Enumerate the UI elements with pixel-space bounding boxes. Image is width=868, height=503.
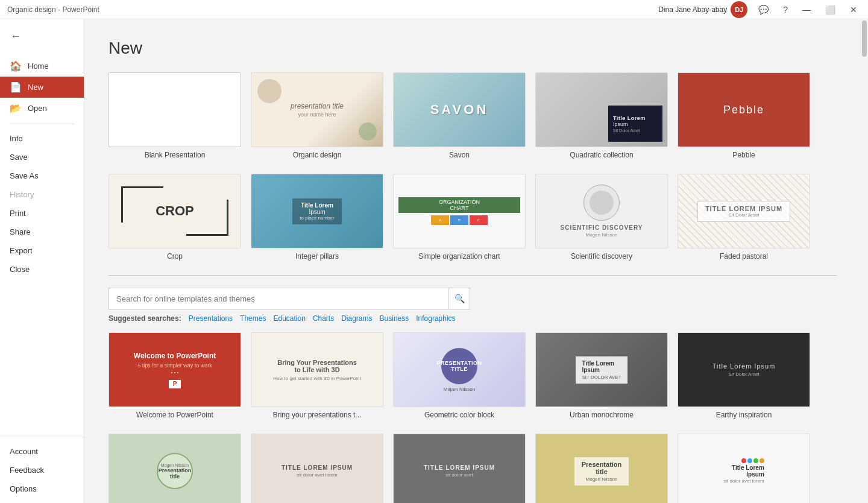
template-dog[interactable]: TITLE LOREM IPSUM sit dolor avet Photogr… xyxy=(393,434,526,503)
template-name-simple-org: Simple organization chart xyxy=(418,252,500,261)
sidebar-home-label: Home xyxy=(28,62,49,71)
account-label: Account xyxy=(10,447,38,456)
comment-button[interactable]: 💬 xyxy=(755,4,772,16)
template-quadratic[interactable]: Title Lorem Ipsum Sit Dolor Amet Quadrat… xyxy=(535,72,668,159)
template-thumb-simple-org: ORGANIZATIONCHART A B C xyxy=(393,174,526,248)
template-name-quadratic: Quadratic collection xyxy=(570,151,633,159)
template-pres-title[interactable]: Presentation title Mogen Nilsson Present… xyxy=(535,434,668,503)
titlebar-controls: Dina Jane Abay-abay DJ 💬 ? — ⬜ ✕ xyxy=(658,1,861,18)
search-section: 🔍 Suggested searches: Presentations Them… xyxy=(108,288,837,323)
suggested-tag-infographics[interactable]: Infographics xyxy=(416,314,455,323)
template-grid-row4: Mogen Nilsson Presentation title Floral … xyxy=(108,434,837,503)
export-label: Export xyxy=(10,246,33,255)
template-faded[interactable]: TITLE LOREM IPSUM Sit Dolor Amet Faded p… xyxy=(678,174,810,261)
pres-box: Presentation title Mogen Nilsson xyxy=(574,457,629,486)
search-row: 🔍 xyxy=(108,288,470,309)
template-name-organic: Organic design xyxy=(293,151,342,159)
history-label: History xyxy=(10,190,34,199)
suggested-tag-business[interactable]: Business xyxy=(380,314,409,323)
sidebar-item-close[interactable]: Close xyxy=(0,260,84,279)
scrollbar-track[interactable] xyxy=(861,19,868,503)
sidebar-item-save-as[interactable]: Save As xyxy=(0,166,84,185)
sidebar-item-options[interactable]: Options xyxy=(0,479,84,498)
template-thumb-dog: TITLE LOREM IPSUM sit dolor avet xyxy=(393,434,526,503)
titlebar: Organic design - PowerPoint Dina Jane Ab… xyxy=(0,0,868,19)
template-scientific[interactable]: SCIENTIFIC DISCOVERY Mogen Nilsson Scien… xyxy=(535,174,668,261)
template-name-blank: Blank Presentation xyxy=(145,151,206,159)
sidebar-item-print[interactable]: Print xyxy=(0,204,84,223)
template-floral[interactable]: Mogen Nilsson Presentation title Floral … xyxy=(108,434,241,503)
template-earthy[interactable]: Title Lorem Ipsum Sir Dolor Amet Earthy … xyxy=(678,332,810,419)
template-dots[interactable]: Title Lorem Ipsum sit dolor avet lorem D… xyxy=(678,434,810,503)
template-thumb-faded: TITLE LOREM IPSUM Sit Dolor Amet xyxy=(678,174,810,248)
template-name-savon: Savon xyxy=(449,151,470,159)
sidebar-item-history: History xyxy=(0,185,84,204)
template-crop[interactable]: CROP Crop xyxy=(108,174,241,261)
sidebar-item-export[interactable]: Export xyxy=(0,241,84,260)
template-blank[interactable]: Blank Presentation xyxy=(108,72,241,159)
template-thumb-texture: TITLE LOREM IPSUM sit dolor avet lorem xyxy=(251,434,383,503)
template-savon[interactable]: SAVON Savon xyxy=(393,72,526,159)
template-thumb-organic: presentation title your name here xyxy=(251,72,383,147)
template-thumb-geometric: PRESENTATIONTITLE Mirjam Nilsson xyxy=(393,332,526,407)
home-icon: 🏠 xyxy=(10,60,22,72)
template-pebble[interactable]: Pebble Pebble xyxy=(678,72,810,159)
suggested-label: Suggested searches: xyxy=(108,314,181,323)
section-divider xyxy=(108,275,837,276)
pebble-text: Pebble xyxy=(723,104,764,116)
template-integer[interactable]: Title Lorem Ipsum to place number Intege… xyxy=(251,174,383,261)
minimize-button[interactable]: — xyxy=(799,4,814,16)
sidebar-item-open[interactable]: 📂 Open xyxy=(0,98,84,119)
template-geometric[interactable]: PRESENTATIONTITLE Mirjam Nilsson Geometr… xyxy=(393,332,526,419)
maximize-button[interactable]: ⬜ xyxy=(822,4,839,16)
avatar[interactable]: DJ xyxy=(731,1,747,18)
print-label: Print xyxy=(10,209,26,218)
template-3d[interactable]: Bring Your Presentations to Life with 3D… xyxy=(251,332,383,419)
search-button[interactable]: 🔍 xyxy=(448,288,470,309)
template-thumb-blank xyxy=(108,72,241,147)
suggested-tag-charts[interactable]: Charts xyxy=(313,314,334,323)
search-input[interactable] xyxy=(108,288,448,309)
sidebar-bottom: Account Feedback Options xyxy=(0,437,84,503)
urban-box: Title Lorem Ipsum SIT DOLOR AVET xyxy=(576,356,627,384)
help-button[interactable]: ? xyxy=(779,4,791,16)
sidebar-item-info[interactable]: Info xyxy=(0,129,84,148)
main-content: New Blank Presentation presentation titl… xyxy=(84,19,861,503)
suggested-tag-education[interactable]: Education xyxy=(273,314,305,323)
save-as-label: Save As xyxy=(10,171,39,180)
faded-box: TITLE LOREM IPSUM Sit Dolor Amet xyxy=(697,201,790,222)
sidebar-item-home[interactable]: 🏠 Home xyxy=(0,55,84,77)
template-thumb-pres: Presentation title Mogen Nilsson xyxy=(535,434,668,503)
crop-label: CROP xyxy=(156,203,194,219)
suggested-tag-presentations[interactable]: Presentations xyxy=(189,314,233,323)
scrollbar-thumb[interactable] xyxy=(862,21,867,57)
info-label: Info xyxy=(10,134,23,143)
template-organic[interactable]: presentation title your name here Organi… xyxy=(251,72,383,159)
template-texture[interactable]: TITLE LOREM IPSUM sit dolor avet lorem T… xyxy=(251,434,383,503)
suggested-row: Suggested searches: Presentations Themes… xyxy=(108,314,837,323)
suggested-tag-diagrams[interactable]: Diagrams xyxy=(341,314,372,323)
template-thumb-quadratic: Title Lorem Ipsum Sit Dolor Amet xyxy=(535,72,668,147)
sidebar-item-feedback[interactable]: Feedback xyxy=(0,461,84,479)
nav-separator-1 xyxy=(10,124,74,124)
titlebar-title: Organic design - PowerPoint xyxy=(7,5,99,14)
close-button[interactable]: ✕ xyxy=(846,4,861,16)
sidebar: ← 🏠 Home 📄 New 📂 Open Info Save xyxy=(0,19,84,503)
suggested-tag-themes[interactable]: Themes xyxy=(240,314,266,323)
sidebar-item-account[interactable]: Account xyxy=(0,442,84,461)
template-thumb-integer: Title Lorem Ipsum to place number xyxy=(251,174,383,248)
template-simple-org[interactable]: ORGANIZATIONCHART A B C Simple organizat… xyxy=(393,174,526,261)
sidebar-item-new[interactable]: 📄 New xyxy=(0,77,84,98)
template-name-urban: Urban monochrome xyxy=(570,411,634,419)
back-button[interactable]: ← xyxy=(5,25,27,47)
template-welcome[interactable]: Welcome to PowerPoint 5 tips for a simpl… xyxy=(108,332,241,419)
sidebar-open-label: Open xyxy=(28,104,47,113)
template-urban[interactable]: Title Lorem Ipsum SIT DOLOR AVET Urban m… xyxy=(535,332,668,419)
sidebar-item-share[interactable]: Share xyxy=(0,223,84,241)
titlebar-user: Dina Jane Abay-abay DJ xyxy=(658,1,747,18)
sidebar-top: ← xyxy=(0,19,84,53)
new-icon: 📄 xyxy=(10,81,22,93)
template-thumb-scientific: SCIENTIFIC DISCOVERY Mogen Nilsson xyxy=(535,174,668,248)
sidebar-item-save[interactable]: Save xyxy=(0,148,84,166)
savon-text: SAVON xyxy=(430,102,489,118)
